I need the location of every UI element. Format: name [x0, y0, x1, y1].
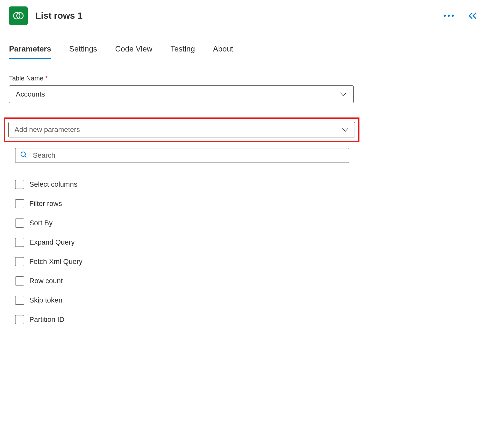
- option-label: Select columns: [29, 180, 77, 189]
- tab-about[interactable]: About: [213, 44, 233, 59]
- add-new-parameters-dropdown[interactable]: Add new parameters: [8, 122, 355, 137]
- dataverse-action-icon: [9, 6, 28, 25]
- parameters-dropdown-panel: Select columns Filter rows Sort By Expan…: [9, 145, 355, 330]
- tab-code-view[interactable]: Code View: [115, 44, 152, 59]
- tab-list: Parameters Settings Code View Testing Ab…: [9, 44, 478, 59]
- header-left: List rows 1: [9, 6, 82, 25]
- parameter-option-partition-id[interactable]: Partition ID: [15, 310, 349, 329]
- checkbox[interactable]: [15, 238, 24, 247]
- required-indicator: *: [45, 75, 48, 82]
- checkbox[interactable]: [15, 219, 24, 228]
- parameter-option-list: Select columns Filter rows Sort By Expan…: [9, 175, 355, 329]
- tab-testing[interactable]: Testing: [170, 44, 195, 59]
- checkbox[interactable]: [15, 180, 24, 189]
- parameter-option-row-count[interactable]: Row count: [15, 271, 349, 291]
- checkbox[interactable]: [15, 296, 24, 305]
- table-name-label-text: Table Name: [9, 75, 43, 82]
- svg-line-3: [25, 156, 26, 157]
- action-title: List rows 1: [35, 11, 82, 21]
- header-right: •••: [444, 11, 478, 20]
- parameter-option-select-columns[interactable]: Select columns: [15, 175, 349, 194]
- svg-point-2: [21, 152, 25, 156]
- parameter-option-sort-by[interactable]: Sort By: [15, 213, 349, 233]
- add-parameters-highlight: Add new parameters: [4, 117, 359, 142]
- add-params-placeholder: Add new parameters: [14, 126, 80, 134]
- option-label: Row count: [29, 277, 63, 285]
- checkbox[interactable]: [15, 199, 24, 208]
- parameter-search-input[interactable]: [33, 151, 344, 160]
- tab-settings[interactable]: Settings: [69, 44, 97, 59]
- parameter-option-fetch-xml-query[interactable]: Fetch Xml Query: [15, 252, 349, 271]
- checkbox[interactable]: [15, 276, 24, 285]
- chevron-down-icon: [342, 127, 349, 132]
- table-name-label: Table Name *: [9, 75, 478, 82]
- parameter-option-expand-query[interactable]: Expand Query: [15, 233, 349, 252]
- tab-parameters[interactable]: Parameters: [9, 44, 51, 59]
- checkbox[interactable]: [15, 257, 24, 266]
- option-label: Filter rows: [29, 200, 62, 208]
- table-name-select[interactable]: Accounts: [9, 85, 354, 103]
- dropdown-divider: [9, 169, 355, 169]
- more-menu-icon[interactable]: •••: [444, 11, 455, 20]
- chevron-down-icon: [340, 92, 347, 97]
- parameter-option-skip-token[interactable]: Skip token: [15, 291, 349, 310]
- action-header: List rows 1 •••: [9, 6, 478, 25]
- option-label: Skip token: [29, 296, 62, 304]
- table-name-value: Accounts: [16, 90, 45, 98]
- search-icon: [20, 151, 28, 160]
- option-label: Expand Query: [29, 238, 75, 247]
- option-label: Partition ID: [29, 315, 64, 324]
- collapse-panel-icon[interactable]: [468, 12, 478, 20]
- parameter-search[interactable]: [15, 148, 349, 163]
- option-label: Fetch Xml Query: [29, 257, 82, 266]
- option-label: Sort By: [29, 219, 53, 227]
- parameter-option-filter-rows[interactable]: Filter rows: [15, 194, 349, 213]
- checkbox[interactable]: [15, 315, 24, 324]
